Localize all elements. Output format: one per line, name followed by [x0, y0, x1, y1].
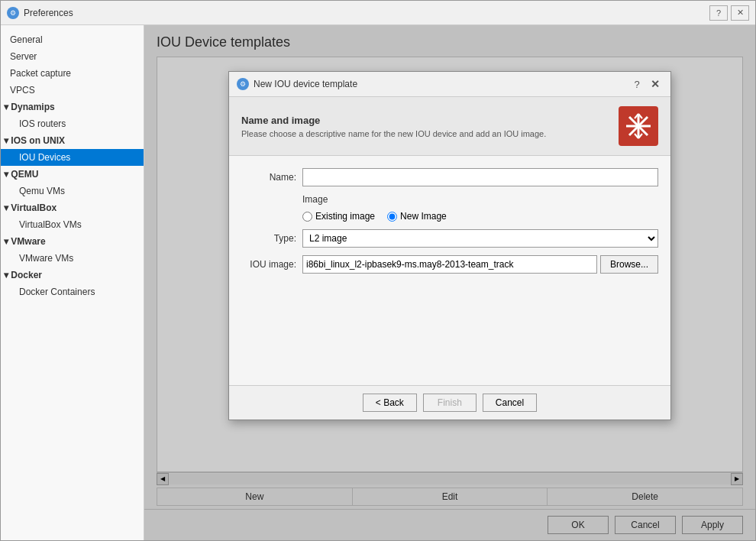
window-title: Preferences [24, 8, 73, 18]
starburst-icon [623, 111, 654, 141]
sidebar-item-docker-containers[interactable]: Docker Containers [1, 283, 144, 300]
modal-header-text: Name and image Please choose a descripti… [241, 115, 546, 138]
modal-close-button[interactable]: ✕ [648, 76, 663, 92]
modal-titlebar-right: ? ✕ [629, 76, 663, 92]
radio-existing-input[interactable] [302, 212, 312, 222]
sidebar-item-vpcs[interactable]: VPCS [1, 82, 144, 99]
sidebar-item-ios-on-unix[interactable]: ▾ IOS on UNIX [1, 132, 144, 149]
sidebar-item-iou-devices[interactable]: IOU Devices [1, 149, 144, 166]
sidebar-item-qemu-vms[interactable]: Qemu VMs [1, 183, 144, 199]
sidebar-item-ios-routers[interactable]: IOS routers [1, 115, 144, 132]
modal-header-description: Please choose a descriptive name for the… [241, 129, 546, 138]
modal-header-title: Name and image [241, 115, 546, 126]
content-area: GeneralServerPacket captureVPCS▾ Dynamip… [1, 25, 755, 540]
iou-row: IOU image: Browse... [241, 255, 658, 274]
image-section-label: Image [241, 194, 658, 205]
back-button[interactable]: < Back [363, 394, 417, 412]
modal-icon: ⚙ [237, 78, 249, 90]
iou-input[interactable] [302, 255, 597, 274]
sidebar: GeneralServerPacket captureVPCS▾ Dynamip… [1, 25, 144, 540]
modal-footer: < Back Finish Cancel [229, 385, 670, 420]
browse-button[interactable]: Browse... [600, 255, 658, 274]
sidebar-item-qemu[interactable]: ▾ QEMU [1, 166, 144, 183]
sidebar-item-virtualbox[interactable]: ▾ VirtualBox [1, 199, 144, 216]
title-bar-controls: ? ✕ [709, 5, 749, 21]
modal-titlebar-left: ⚙ New IOU device template [237, 78, 357, 90]
title-bar: ⚙ Preferences ? ✕ [1, 1, 755, 25]
modal-title: New IOU device template [254, 79, 357, 89]
type-label: Type: [241, 233, 302, 244]
title-bar-left: ⚙ Preferences [7, 7, 73, 19]
iou-label: IOU image: [241, 259, 302, 270]
sidebar-item-general[interactable]: General [1, 31, 144, 48]
name-input[interactable] [302, 168, 658, 186]
help-button[interactable]: ? [709, 5, 728, 21]
modal-cancel-button[interactable]: Cancel [483, 394, 537, 412]
finish-button[interactable]: Finish [423, 394, 477, 412]
sidebar-item-dynamips[interactable]: ▾ Dynamips [1, 99, 144, 115]
modal-header-icon [619, 106, 658, 146]
sidebar-item-vmware-vms[interactable]: VMware VMs [1, 250, 144, 267]
type-select[interactable]: L2 image L3 image [302, 229, 658, 248]
close-button[interactable]: ✕ [731, 5, 749, 21]
radio-new[interactable]: New Image [387, 211, 447, 222]
sidebar-item-server[interactable]: Server [1, 48, 144, 65]
modal-overlay: ⚙ New IOU device template ? ✕ Name and i… [144, 25, 755, 540]
sidebar-item-virtualbox-vms[interactable]: VirtualBox VMs [1, 216, 144, 233]
radio-group: Existing image New Image [241, 211, 658, 222]
modal-body: Name: Image Existing image [229, 156, 670, 293]
type-row: Type: L2 image L3 image [241, 229, 658, 248]
sidebar-item-packet-capture[interactable]: Packet capture [1, 65, 144, 82]
modal-titlebar: ⚙ New IOU device template ? ✕ [229, 72, 670, 97]
radio-existing[interactable]: Existing image [302, 211, 375, 222]
modal-content-area [229, 293, 670, 385]
radio-existing-label: Existing image [315, 211, 375, 222]
sidebar-item-docker[interactable]: ▾ Docker [1, 267, 144, 283]
modal-dialog: ⚙ New IOU device template ? ✕ Name and i… [228, 71, 671, 420]
name-row: Name: [241, 168, 658, 186]
radio-new-input[interactable] [387, 212, 397, 222]
name-label: Name: [241, 172, 302, 183]
modal-help-button[interactable]: ? [629, 76, 645, 92]
sidebar-item-vmware[interactable]: ▾ VMware [1, 233, 144, 250]
main-window: ⚙ Preferences ? ✕ GeneralServerPacket ca… [0, 0, 756, 541]
app-icon: ⚙ [7, 7, 19, 19]
main-panel: IOU Device templates ◀ ▶ New Edit Delete [144, 25, 755, 540]
modal-header-section: Name and image Please choose a descripti… [229, 97, 670, 156]
radio-new-label: New Image [400, 211, 447, 222]
